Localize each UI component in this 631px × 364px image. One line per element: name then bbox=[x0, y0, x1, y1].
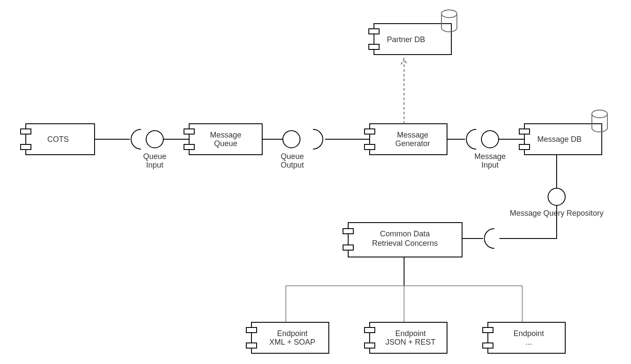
component-cots: COTS bbox=[21, 124, 95, 155]
endpoint-1-label-1: Endpoint bbox=[277, 329, 307, 338]
svg-rect-23 bbox=[246, 343, 257, 348]
ball-message-query-repository bbox=[548, 188, 565, 205]
svg-rect-25 bbox=[365, 327, 375, 333]
component-endpoint-xml-soap: Endpoint XML + SOAP bbox=[246, 322, 329, 353]
label-queue-input-1: Queue bbox=[143, 152, 166, 161]
component-partner-db-label: Partner DB bbox=[387, 35, 425, 44]
component-cots-label: COTS bbox=[47, 135, 69, 144]
ball-queue-output bbox=[283, 131, 300, 148]
svg-rect-10 bbox=[519, 129, 530, 134]
ball-queue-input bbox=[146, 131, 163, 148]
svg-rect-14 bbox=[369, 29, 379, 34]
svg-rect-7 bbox=[365, 129, 375, 134]
socket-message-query-repository bbox=[484, 229, 494, 248]
label-queue-output-1: Queue bbox=[281, 152, 304, 161]
svg-rect-28 bbox=[483, 327, 493, 333]
svg-rect-4 bbox=[184, 129, 194, 134]
label-queue-output-2: Output bbox=[281, 161, 304, 169]
label-message-input-2: Input bbox=[481, 161, 499, 169]
svg-rect-1 bbox=[21, 129, 31, 134]
svg-point-16 bbox=[441, 10, 457, 18]
dependency-to-partner-db bbox=[401, 58, 407, 124]
label-queue-input-2: Input bbox=[146, 161, 163, 169]
endpoint-1-label-2: XML + SOAP bbox=[270, 338, 316, 346]
svg-rect-8 bbox=[365, 144, 375, 150]
svg-rect-26 bbox=[365, 343, 375, 348]
svg-rect-15 bbox=[369, 44, 379, 49]
endpoint-2-label-2: JSON + REST bbox=[386, 338, 436, 346]
component-message-generator: Message Generator bbox=[365, 124, 447, 155]
component-endpoint-json-rest: Endpoint JSON + REST bbox=[365, 322, 447, 353]
component-endpoint-other: Endpoint ... bbox=[483, 322, 565, 353]
component-common-data-label-1: Common Data bbox=[380, 229, 430, 238]
component-message-queue: Message Queue bbox=[184, 124, 262, 155]
endpoint-3-label-1: Endpoint bbox=[513, 329, 544, 338]
svg-point-12 bbox=[592, 110, 607, 118]
component-common-data-retrieval: Common Data Retrieval Concerns bbox=[343, 223, 462, 257]
endpoint-2-label-1: Endpoint bbox=[395, 329, 426, 338]
component-message-queue-label-2: Queue bbox=[214, 139, 237, 148]
component-message-generator-label-2: Generator bbox=[395, 139, 430, 148]
svg-rect-29 bbox=[483, 343, 493, 348]
endpoint-3-label-2: ... bbox=[525, 338, 532, 346]
svg-rect-20 bbox=[343, 245, 353, 250]
component-common-data-label-2: Retrieval Concerns bbox=[372, 239, 438, 248]
svg-rect-11 bbox=[519, 144, 530, 150]
component-message-queue-label-1: Message bbox=[210, 131, 241, 139]
component-message-db: Message DB bbox=[519, 110, 607, 155]
svg-rect-19 bbox=[343, 229, 353, 234]
svg-rect-2 bbox=[21, 144, 31, 150]
socket-queue-input bbox=[131, 129, 141, 149]
socket-queue-output bbox=[313, 129, 323, 149]
component-message-db-label: Message DB bbox=[537, 135, 582, 144]
svg-rect-5 bbox=[184, 144, 194, 150]
ball-message-input bbox=[481, 131, 499, 148]
socket-message-input bbox=[466, 129, 476, 149]
svg-rect-22 bbox=[246, 327, 257, 333]
label-message-input-1: Message bbox=[474, 152, 505, 161]
component-partner-db: Partner DB bbox=[369, 10, 457, 55]
component-message-generator-label-1: Message bbox=[397, 131, 428, 139]
